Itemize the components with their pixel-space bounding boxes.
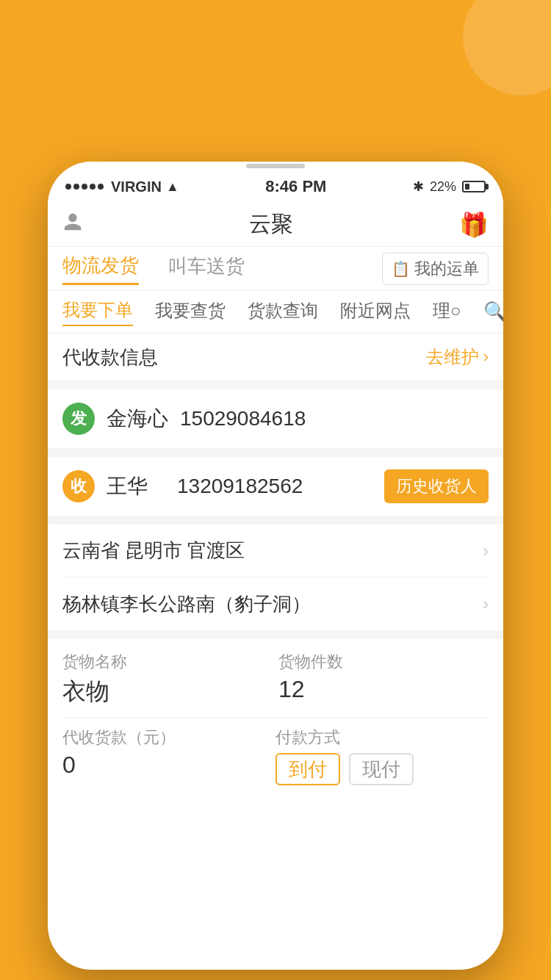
cod-info-row: 代收款信息 去维护 ›: [62, 334, 489, 381]
cod-info-card: 代收款信息 去维护 ›: [48, 334, 503, 381]
cod-amount-label: 代收货款（元）: [62, 727, 276, 749]
goods-count-col: 货物件数 12: [278, 651, 489, 708]
wifi-icon: ▲: [166, 179, 179, 195]
sender-badge: 发: [62, 403, 95, 435]
status-left: VIRGIN ▲: [65, 179, 179, 195]
cod-action-btn[interactable]: 去维护 ›: [426, 345, 489, 369]
battery-fill: [465, 184, 469, 190]
dot1: [65, 184, 71, 190]
signal-dots: [65, 184, 104, 190]
tab-delivery[interactable]: 叫车送货: [168, 253, 245, 284]
payment-btn-cash[interactable]: 现付: [349, 753, 414, 785]
address-card: 云南省 昆明市 官渡区 › 杨林镇李长公路南（豹子洞） ›: [48, 525, 503, 630]
dot4: [90, 184, 96, 190]
goods-count-label: 货物件数: [278, 651, 489, 673]
sub-tab-query[interactable]: 我要查货: [155, 299, 226, 325]
address-detail-row[interactable]: 杨林镇李长公路南（豹子洞） ›: [62, 577, 489, 630]
cod-label: 代收款信息: [62, 345, 158, 370]
sub-tab-bar: 我要下单 我要查货 货款查询 附近网点 理○ 🔍: [48, 291, 503, 334]
gift-icon[interactable]: 🎁: [459, 211, 489, 239]
app-navbar: 云聚 🎁: [48, 203, 503, 247]
goods-divider: [62, 717, 489, 718]
sub-tab-order[interactable]: 我要下单: [62, 298, 133, 326]
receiver-card: 收 王华 13209182562 历史收货人: [48, 457, 503, 516]
my-waybill-button[interactable]: 📋 我的运单: [382, 253, 489, 285]
history-receiver-button[interactable]: 历史收货人: [384, 469, 489, 503]
waybill-label: 我的运单: [414, 258, 479, 280]
phone-frame: VIRGIN ▲ 8:46 PM ✱ 22% 云聚 🎁 物流发货 叫车送货: [48, 162, 503, 970]
goods-name-value: 衣物: [62, 676, 273, 708]
bg-decoration: [463, 0, 551, 96]
receiver-badge: 收: [62, 470, 95, 502]
tab-logistics[interactable]: 物流发货: [62, 253, 139, 285]
phone-speaker: [246, 164, 305, 168]
battery-icon: [462, 181, 486, 192]
search-icon[interactable]: 🔍: [483, 300, 504, 323]
sender-card: 发 金海心 15029084618: [48, 389, 503, 448]
phone-mockup: VIRGIN ▲ 8:46 PM ✱ 22% 云聚 🎁 物流发货 叫车送货: [48, 162, 503, 970]
cod-amount-col: 代收货款（元） 0: [62, 727, 276, 779]
app-title: 云聚: [249, 209, 293, 239]
status-time: 8:46 PM: [265, 177, 326, 196]
chevron-right-icon-address1: ›: [483, 541, 489, 561]
address-province: 云南省 昆明市 官渡区: [62, 538, 245, 563]
goods-section: 货物名称 衣物 货物件数 12 代收货款（元） 0 付款方式: [48, 639, 503, 797]
dot5: [98, 184, 104, 190]
sub-tab-nearby[interactable]: 附近网点: [340, 299, 411, 325]
goods-grid: 货物名称 衣物 货物件数 12: [62, 651, 489, 708]
cod-action-text: 去维护: [426, 345, 479, 369]
dot2: [73, 184, 79, 190]
chevron-right-icon-address2: ›: [483, 594, 489, 614]
sub-tab-manage[interactable]: 理○: [433, 299, 461, 325]
cod-amount-value: 0: [62, 752, 276, 779]
payment-btn-arrival[interactable]: 到付: [276, 753, 340, 785]
dot3: [82, 184, 87, 190]
carrier-label: VIRGIN: [111, 179, 162, 195]
receiver-row: 收 王华 13209182562 历史收货人: [62, 457, 489, 516]
battery-pct: 22%: [430, 179, 456, 195]
address-detail: 杨林镇李长公路南（豹子洞）: [62, 591, 311, 617]
receiver-name: 王华: [107, 472, 165, 500]
sub-tab-payment[interactable]: 货款查询: [248, 299, 318, 325]
payment-options: 到付 现付: [276, 753, 489, 785]
payment-method-col: 付款方式 到付 现付: [276, 727, 489, 785]
phone-top-bar: [48, 162, 503, 170]
receiver-phone: 13209182562: [177, 475, 303, 498]
bluetooth-icon: ✱: [413, 179, 424, 195]
payment-method-label: 付款方式: [276, 727, 489, 749]
address-province-row[interactable]: 云南省 昆明市 官渡区 ›: [62, 525, 489, 577]
status-right: ✱ 22%: [413, 179, 486, 195]
goods-count-value: 12: [278, 676, 489, 703]
sender-phone: 15029084618: [180, 407, 306, 430]
main-tab-bar: 物流发货 叫车送货 📋 我的运单: [48, 247, 503, 291]
goods-name-label: 货物名称: [62, 651, 273, 673]
chevron-right-icon: ›: [483, 347, 489, 367]
status-bar: VIRGIN ▲ 8:46 PM ✱ 22%: [48, 170, 503, 203]
user-icon[interactable]: [62, 212, 83, 237]
sender-name: 金海心: [107, 405, 168, 433]
payment-row: 代收货款（元） 0 付款方式 到付 现付: [62, 727, 489, 785]
goods-name-col: 货物名称 衣物: [62, 651, 273, 708]
content-area: 代收款信息 去维护 › 发 金海心 15029084618 收: [48, 334, 503, 797]
sender-row: 发 金海心 15029084618: [62, 389, 489, 448]
